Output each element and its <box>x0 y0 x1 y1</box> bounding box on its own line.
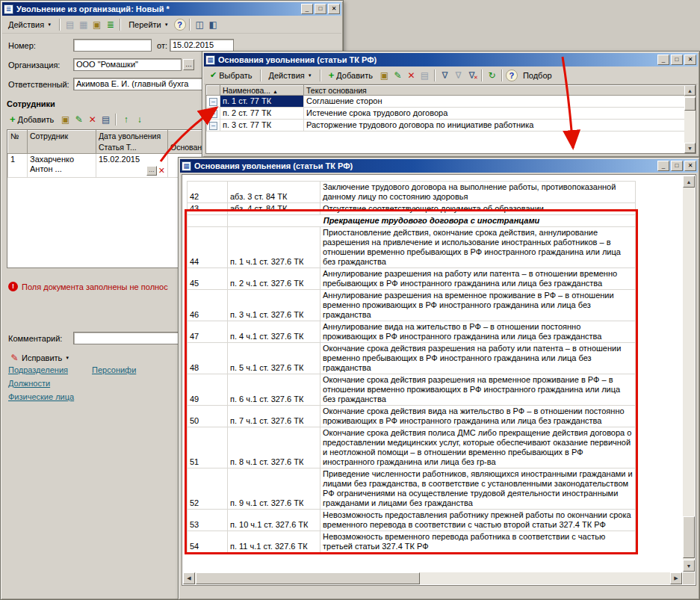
group-header-row[interactable]: Прекращение трудового договора с иностра… <box>188 215 636 227</box>
basis-text-cell[interactable]: Истечение срока трудового договора <box>304 108 688 120</box>
delete-row-icon[interactable]: ✕ <box>86 113 99 126</box>
scrollbar-thumb[interactable] <box>196 572 420 584</box>
goto-button[interactable]: Перейти▼ <box>124 18 173 31</box>
actions-button[interactable]: Действия▼ <box>4 18 56 31</box>
basis-detail-row[interactable]: 43 абз. 4 ст. 84 ТК Отсутствие соответст… <box>188 203 636 215</box>
copy-row-icon[interactable]: ▣ <box>59 113 72 126</box>
basis-detail-row[interactable]: 44 п. 1 ч.1 ст. 327.6 ТК Приостановление… <box>188 227 636 268</box>
clear-value-icon[interactable]: ✕ <box>158 166 165 176</box>
report-icon[interactable]: ≣ <box>104 18 117 31</box>
detail-titlebar[interactable]: ▦ Основания увольнения (статьи ТК РФ) _ … <box>180 159 698 173</box>
name-column-header[interactable]: Наименова... ▲ <box>220 86 304 96</box>
edit-row-icon[interactable]: ✎ <box>72 113 85 126</box>
link-departments[interactable]: Подразделения <box>8 365 68 374</box>
scroll-down-icon[interactable]: ▼ <box>683 560 695 572</box>
list-icon[interactable]: ▤ <box>99 113 112 126</box>
help-button[interactable]: ? <box>174 19 186 31</box>
scroll-up-icon[interactable]: ▲ <box>683 176 695 188</box>
article-cell: п. 9 ч.1 ст. 327.6 ТК <box>228 468 320 510</box>
basis-list-row[interactable]: – п. 1 ст. 77 ТК Соглашение сторон <box>207 96 688 108</box>
basis-article-cell[interactable]: п. 3 ст. 77 ТК <box>220 120 304 132</box>
date-input[interactable]: 15.02.2015 <box>170 39 234 52</box>
basis-article-cell[interactable]: п. 2 ст. 77 ТК <box>220 108 304 120</box>
basis-detail-row[interactable]: 47 п. 4 ч.1 ст. 327.6 ТК Аннулирование в… <box>188 321 636 343</box>
add-row-button[interactable]: +Добавить <box>5 111 58 127</box>
dismissal-date-value[interactable]: 15.02.2015 <box>99 155 165 164</box>
select-button[interactable]: ✔Выбрать <box>205 68 257 82</box>
scrollbar-thumb[interactable] <box>684 97 696 111</box>
employee-name-cell[interactable]: Захарченко Антон ... <box>28 154 96 178</box>
add-copy-icon[interactable]: ▣ <box>378 69 391 81</box>
main-titlebar[interactable]: ≣ Увольнение из организаций: Новый * _ □… <box>2 2 341 16</box>
organization-select-button[interactable]: … <box>183 59 194 70</box>
scrollbar-thumb[interactable] <box>683 516 695 558</box>
move-up-icon[interactable]: ↑ <box>120 113 132 126</box>
basis-text-cell: Невозможность временного перевода работн… <box>320 531 636 553</box>
scroll-up-icon[interactable]: ▲ <box>684 85 696 96</box>
help-button[interactable]: ? <box>506 69 518 81</box>
article-editor[interactable]: … ✕ <box>99 164 165 176</box>
minimize-button[interactable]: _ <box>301 4 313 14</box>
scroll-left-icon[interactable]: ◀ <box>183 572 195 584</box>
add-icon: + <box>10 114 16 125</box>
save-list-icon[interactable]: ▤ <box>418 69 431 81</box>
basis-article-cell[interactable]: п. 1 ст. 77 ТК <box>220 96 304 108</box>
basis-detail-row[interactable]: 48 п. 5 ч.1 ст. 327.6 ТК Окончание срока… <box>188 343 636 374</box>
col-employee-header[interactable]: Сотрудник <box>28 131 96 154</box>
basis-detail-row[interactable]: 51 п. 8 ч.1 ст. 327.6 ТК Окончание срока… <box>188 427 636 468</box>
link-positions[interactable]: Должности <box>8 379 50 388</box>
link-personified[interactable]: Персонифи <box>92 365 136 374</box>
move-down-icon[interactable]: ↓ <box>133 113 146 126</box>
delete-icon[interactable]: ✕ <box>405 69 418 81</box>
basis-text-cell[interactable]: Соглашение сторон <box>304 96 688 108</box>
article-select-button[interactable]: … <box>146 166 157 176</box>
list-titlebar[interactable]: ▦ Основания увольнения (статьи ТК РФ) _ … <box>204 53 698 67</box>
minimize-button[interactable]: _ <box>657 161 669 171</box>
maximize-button[interactable]: □ <box>671 161 683 171</box>
col-num-header[interactable]: № <box>8 131 28 154</box>
basis-detail-row[interactable]: 52 п. 9 ч.1 ст. 327.6 ТК Приведение числ… <box>188 468 636 510</box>
text-column-header[interactable]: Текст основания <box>304 86 688 96</box>
filter-icon[interactable]: ∇ <box>452 69 465 81</box>
scroll-right-icon[interactable]: ▶ <box>670 572 682 584</box>
list-settings-icon[interactable]: ◫ <box>193 18 206 31</box>
close-button[interactable]: ✕ <box>684 55 696 65</box>
edit-icon[interactable]: ✎ <box>391 69 404 81</box>
basis-detail-row[interactable]: 53 п. 10 ч.1 ст. 327.6 ТК Невозможность … <box>188 510 636 531</box>
list-vertical-scrollbar[interactable]: ▲ ▼ <box>684 85 696 153</box>
organization-input[interactable]: ООО "Ромашки" <box>73 58 182 71</box>
close-button[interactable]: ✕ <box>328 4 340 14</box>
copy-icon[interactable]: ▣ <box>90 18 103 31</box>
detail-vertical-scrollbar[interactable]: ▲ ▼ <box>683 176 695 572</box>
number-input[interactable] <box>73 39 152 52</box>
maximize-button[interactable]: □ <box>315 4 326 14</box>
scroll-down-icon[interactable]: ▼ <box>684 143 696 153</box>
minimize-button[interactable]: _ <box>657 55 669 65</box>
post-document-icon[interactable]: ▦ <box>77 18 90 31</box>
link-persons[interactable]: Физические лица <box>8 392 74 401</box>
detail-horizontal-scrollbar[interactable]: ◀ ▶ <box>183 572 682 584</box>
basis-detail-row[interactable]: 46 п. 3 ч.1 ст. 327.6 ТК Аннулирование р… <box>188 290 636 321</box>
basis-detail-row[interactable]: 50 п. 7 ч.1 ст. 327.6 ТК Окончание срока… <box>188 406 636 427</box>
save-icon[interactable]: ▤ <box>64 18 76 31</box>
pick-button[interactable]: Подбор <box>518 69 557 82</box>
basis-detail-row[interactable]: 45 п. 2 ч.1 ст. 327.6 ТК Аннулирование р… <box>188 268 636 290</box>
basis-text-cell[interactable]: Расторжение трудового договора по инициа… <box>304 120 688 132</box>
employee-date-article-cell[interactable]: 15.02.2015 … ✕ <box>96 154 168 178</box>
basis-detail-row[interactable]: 54 п. 11 ч.1 ст. 327.6 ТК Невозможность … <box>188 531 636 553</box>
maximize-button[interactable]: □ <box>671 55 683 65</box>
add-button[interactable]: +Добавить <box>324 67 377 83</box>
basis-list-row[interactable]: – п. 3 ст. 77 ТК Расторжение трудового д… <box>207 120 688 132</box>
filter-by-value-icon[interactable]: ∇ <box>439 69 451 81</box>
clear-filter-icon[interactable]: ∇✕ <box>465 69 478 81</box>
basis-detail-row[interactable]: 49 п. 6 ч.1 ст. 327.6 ТК Окончание срока… <box>188 374 636 406</box>
refresh-icon[interactable]: ↻ <box>486 69 498 81</box>
col-date-article-header[interactable]: Дата увольненияСтатья Т... <box>96 131 168 154</box>
form-settings-icon[interactable]: ◧ <box>207 18 220 31</box>
basis-list-row[interactable]: – п. 2 ст. 77 ТК Истечение срока трудово… <box>207 108 688 120</box>
close-button[interactable]: ✕ <box>684 161 696 171</box>
actions-button[interactable]: Действия▼ <box>264 69 317 82</box>
fix-button[interactable]: ✎ Исправить ▼ <box>5 350 74 365</box>
basis-detail-row[interactable]: 42 абз. 3 ст. 84 ТК Заключение трудового… <box>188 182 636 203</box>
icon-column-header[interactable] <box>207 86 220 96</box>
